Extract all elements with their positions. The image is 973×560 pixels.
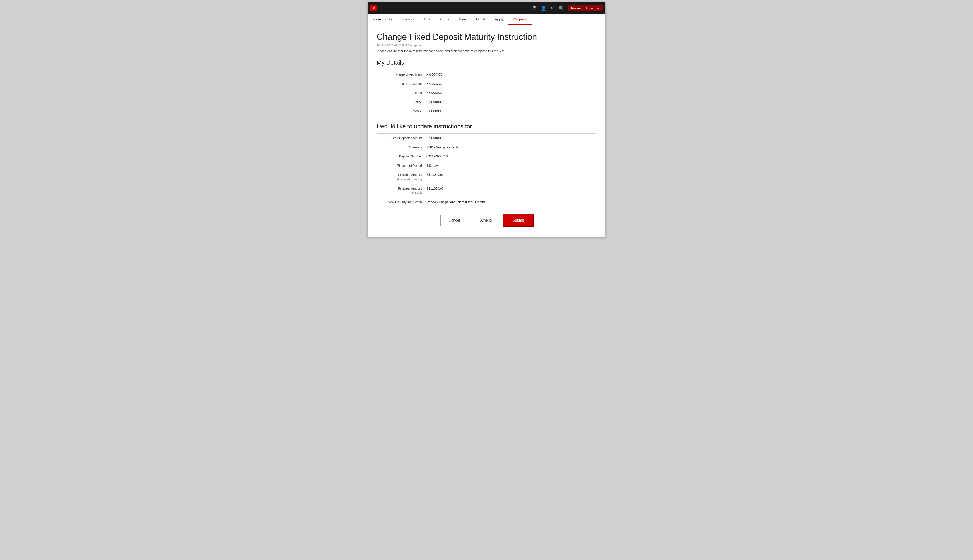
- detail-value-nric: XXXXXXXX: [426, 82, 441, 86]
- action-bar: Cancel Amend Submit: [377, 215, 596, 226]
- close-button[interactable]: ✕: [370, 5, 377, 11]
- update-value-account: XXXXXXXX: [426, 136, 441, 140]
- update-row-currency: Currency SGD - Singapore Dollar: [377, 143, 596, 152]
- detail-label-home: Home: [377, 91, 426, 95]
- main-content: Change Fixed Deposit Maturity Instructio…: [368, 25, 605, 237]
- update-label-maturity: New Maturity Instruction: [377, 200, 426, 205]
- my-details-title: My Details: [377, 59, 596, 66]
- update-label-placement: Placement Period: [377, 163, 426, 168]
- update-section-title: I would like to update instructions for: [377, 123, 596, 130]
- amend-button[interactable]: Amend: [472, 215, 500, 226]
- nav-item-invest[interactable]: Invest: [471, 14, 490, 25]
- update-value-principal-sgd: S$ 1,000.00: [426, 187, 444, 195]
- nav-item-pay[interactable]: Pay: [419, 14, 435, 25]
- update-value-maturity: Renew Principal and Interest for 6 Month…: [426, 200, 486, 205]
- my-details-table: Name of Applicant XXXXXXXX NRIC/Passport…: [377, 70, 596, 116]
- search-icon[interactable]: 🔍: [558, 5, 564, 11]
- detail-value-name: XXXXXXXX: [426, 72, 441, 77]
- nav-item-plan[interactable]: Plan: [454, 14, 471, 25]
- update-value-deposit-number: 091120000116: [426, 154, 448, 159]
- nav-item-my-accounts[interactable]: My Accounts: [368, 14, 397, 25]
- detail-row-office: Office XXXXXXXX: [377, 98, 596, 107]
- detail-label-mobile: Mobile: [377, 109, 426, 113]
- detail-label-nric: NRIC/Passport: [377, 82, 426, 86]
- update-label-principal-sgd: Principal Amount (in SGD): [377, 187, 426, 195]
- nav-item-apply[interactable]: Apply: [490, 14, 508, 25]
- detail-value-home: XXXXXXXX: [426, 91, 441, 95]
- cancel-button[interactable]: Cancel: [440, 215, 468, 226]
- page-instruction: Please ensure that the details below are…: [377, 49, 596, 53]
- update-row-account: Fixed Deposit Account XXXXXXXX: [377, 134, 596, 143]
- detail-row-home: Home XXXXXXXX: [377, 88, 596, 98]
- update-label-account: Fixed Deposit Account: [377, 136, 426, 140]
- update-value-currency: SGD - Singapore Dollar: [426, 145, 460, 150]
- update-value-principal-orig: S$ 1,000.00: [426, 173, 444, 182]
- principal-orig-sub-label: (in original currency): [397, 178, 422, 181]
- nav-item-transfer[interactable]: Transfer: [397, 14, 419, 25]
- update-row-principal-sgd: Principal Amount (in SGD) S$ 1,000.00: [377, 184, 596, 198]
- logout-label: Proceed to Logout: [571, 7, 595, 10]
- user-icon[interactable]: 👤: [541, 5, 546, 11]
- page-datetime: 10 Nov 2020 02:21 PM Singapore: [377, 44, 596, 47]
- detail-value-mobile: XXXXXXXX: [426, 109, 441, 113]
- detail-row-nric: NRIC/Passport XXXXXXXX: [377, 79, 596, 89]
- update-row-deposit-number: Deposit Number 091120000116: [377, 152, 596, 161]
- principal-sgd-sub-label: (in SGD): [411, 192, 422, 195]
- detail-value-office: XXXXXXXX: [426, 100, 441, 105]
- browser-window: ✕ 🖶 👤 ✉ 🔍 Proceed to Logout → My Account…: [368, 2, 605, 237]
- nav-item-cards[interactable]: Cards: [435, 14, 454, 25]
- update-label-currency: Currency: [377, 145, 426, 150]
- update-label-principal-orig: Principal Amount (in original currency): [377, 173, 426, 182]
- mail-icon[interactable]: ✉: [550, 5, 554, 11]
- navigation-bar: My Accounts Transfer Pay Cards Plan Inve…: [368, 14, 605, 25]
- logout-arrow-icon: →: [597, 7, 600, 10]
- detail-label-office: Office: [377, 100, 426, 105]
- update-row-placement: Placement Period 182 days: [377, 161, 596, 171]
- submit-button[interactable]: Submit: [504, 215, 533, 226]
- logout-button[interactable]: Proceed to Logout →: [568, 5, 603, 11]
- detail-row-name: Name of Applicant XXXXXXXX: [377, 70, 596, 79]
- print-icon[interactable]: 🖶: [532, 6, 537, 11]
- detail-row-mobile: Mobile XXXXXXXX: [377, 107, 596, 116]
- update-value-placement: 182 days: [426, 163, 440, 168]
- page-title: Change Fixed Deposit Maturity Instructio…: [377, 32, 596, 42]
- update-row-principal-orig: Principal Amount (in original currency) …: [377, 170, 596, 184]
- top-bar: ✕ 🖶 👤 ✉ 🔍 Proceed to Logout →: [368, 2, 605, 14]
- detail-label-name: Name of Applicant: [377, 72, 426, 77]
- top-bar-icons: 🖶 👤 ✉ 🔍 Proceed to Logout →: [532, 5, 603, 11]
- update-row-maturity: New Maturity Instruction Renew Principal…: [377, 198, 596, 207]
- update-details-table: Fixed Deposit Account XXXXXXXX Currency …: [377, 133, 596, 207]
- update-label-deposit-number: Deposit Number: [377, 154, 426, 159]
- nav-item-request[interactable]: Request: [508, 14, 532, 25]
